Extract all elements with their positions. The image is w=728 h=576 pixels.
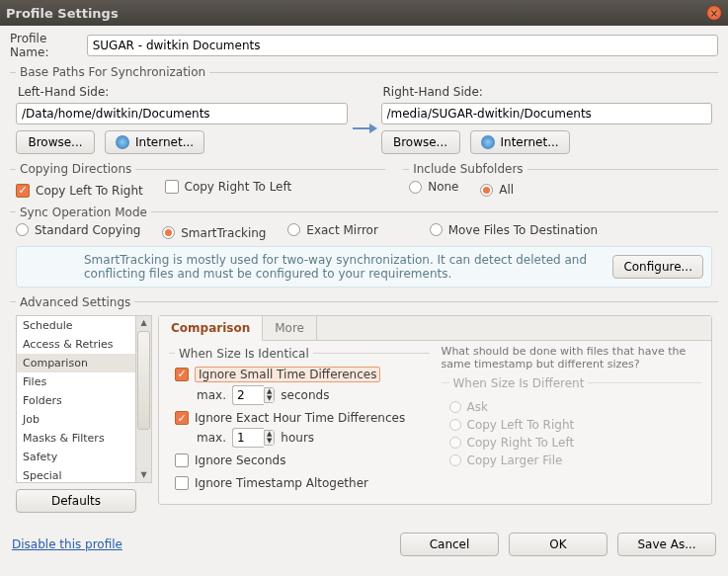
smart-tracking-radio[interactable]: SmartTracking bbox=[162, 226, 266, 240]
ignore-small-time-checkbox[interactable]: Ignore Small Time Differences bbox=[175, 367, 380, 382]
right-browse-button[interactable]: Browse... bbox=[381, 130, 460, 154]
adv-item-comparison[interactable]: Comparison bbox=[17, 354, 135, 372]
left-path-input[interactable] bbox=[16, 103, 348, 124]
size-different-question: What should be done with files that have… bbox=[442, 345, 702, 370]
scrollbar[interactable]: ▲ ▼ bbox=[136, 315, 152, 483]
right-internet-button[interactable]: Internet... bbox=[470, 130, 570, 154]
right-side-label: Right-Hand Side: bbox=[383, 85, 713, 99]
window-title: Profile Settings bbox=[6, 6, 706, 21]
save-as-button[interactable]: Save As... bbox=[617, 533, 716, 556]
advanced-category-list[interactable]: ScheduleAccess & RetriesComparisonFilesF… bbox=[16, 315, 136, 483]
subfolders-none-radio[interactable]: None bbox=[409, 180, 458, 194]
include-subfolders-legend: Include Subfolders bbox=[409, 162, 526, 176]
arrow-icon bbox=[348, 103, 381, 154]
left-side-label: Left-Hand Side: bbox=[18, 85, 348, 99]
adv-item-schedule[interactable]: Schedule bbox=[17, 316, 135, 335]
ask-radio: Ask bbox=[449, 400, 698, 414]
ok-button[interactable]: OK bbox=[509, 533, 607, 556]
left-browse-button[interactable]: Browse... bbox=[16, 130, 95, 154]
adv-item-safety[interactable]: Safety bbox=[17, 448, 135, 466]
globe-icon bbox=[116, 135, 129, 149]
size-identical-legend: When Size Is Identical bbox=[175, 347, 313, 361]
left-internet-button[interactable]: Internet... bbox=[105, 130, 204, 154]
copy-larger-radio: Copy Larger File bbox=[449, 453, 698, 467]
scroll-down-icon[interactable]: ▼ bbox=[136, 468, 151, 482]
tab-comparison[interactable]: Comparison bbox=[159, 316, 263, 341]
disable-profile-link[interactable]: Disable this profile bbox=[12, 537, 122, 551]
copy-left-to-right-checkbox[interactable]: Copy Left To Right bbox=[16, 184, 143, 198]
adv-item-folders[interactable]: Folders bbox=[17, 391, 135, 410]
cancel-button[interactable]: Cancel bbox=[400, 533, 499, 556]
adv-item-files[interactable]: Files bbox=[17, 372, 135, 391]
adv-item-masks-filters[interactable]: Masks & Filters bbox=[17, 429, 135, 448]
adv-item-job[interactable]: Job bbox=[17, 410, 135, 429]
svg-marker-1 bbox=[369, 123, 377, 133]
copy-rtl-radio: Copy Right To Left bbox=[449, 436, 698, 450]
defaults-button[interactable]: Defaults bbox=[16, 489, 136, 513]
scroll-thumb[interactable] bbox=[137, 331, 150, 430]
copy-ltr-radio: Copy Left To Right bbox=[449, 418, 698, 432]
tab-more[interactable]: More bbox=[263, 316, 317, 340]
ignore-timestamp-checkbox[interactable]: Ignore Timestamp Altogether bbox=[175, 476, 368, 490]
globe-icon bbox=[481, 135, 495, 149]
smart-tracking-info: SmartTracking is mostly used for two-way… bbox=[25, 253, 603, 281]
ignore-seconds-checkbox[interactable]: Ignore Seconds bbox=[175, 453, 285, 467]
sync-mode-legend: Sync Operation Mode bbox=[16, 206, 151, 219]
adv-item-access-retries[interactable]: Access & Retries bbox=[17, 335, 135, 354]
adv-item-special[interactable]: Special bbox=[17, 466, 135, 483]
size-different-legend: When Size Is Different bbox=[449, 376, 589, 390]
seconds-stepper[interactable]: ▲▼ bbox=[232, 385, 275, 405]
ignore-hour-checkbox[interactable]: Ignore Exact Hour Time Differences bbox=[175, 411, 405, 425]
base-paths-group: Base Paths For Synchronization Left-Hand… bbox=[10, 65, 718, 160]
close-icon[interactable]: × bbox=[706, 5, 722, 21]
move-files-radio[interactable]: Move Files To Destination bbox=[430, 223, 598, 237]
profile-name-label: Profile Name: bbox=[10, 32, 81, 59]
profile-name-input[interactable] bbox=[87, 35, 718, 56]
exact-mirror-radio[interactable]: Exact Mirror bbox=[287, 223, 378, 237]
base-paths-legend: Base Paths For Synchronization bbox=[16, 65, 209, 79]
standard-copying-radio[interactable]: Standard Copying bbox=[16, 223, 140, 237]
copy-right-to-left-checkbox[interactable]: Copy Right To Left bbox=[165, 180, 292, 194]
subfolders-all-radio[interactable]: All bbox=[480, 183, 514, 197]
configure-button[interactable]: Configure... bbox=[612, 255, 703, 279]
right-path-input[interactable] bbox=[381, 103, 713, 124]
hours-stepper[interactable]: ▲▼ bbox=[232, 428, 275, 448]
copying-directions-legend: Copying Directions bbox=[16, 162, 135, 176]
scroll-up-icon[interactable]: ▲ bbox=[136, 316, 151, 330]
advanced-settings-legend: Advanced Settings bbox=[16, 295, 134, 309]
